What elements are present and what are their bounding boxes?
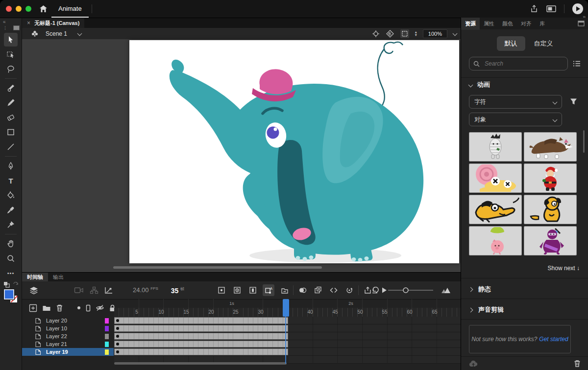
asset-card-snail[interactable] bbox=[469, 163, 522, 193]
frame-span[interactable] bbox=[114, 317, 288, 324]
rotate-stage-icon[interactable] bbox=[386, 30, 394, 38]
fill-stroke-swatches[interactable] bbox=[4, 289, 18, 303]
scene-chevron-icon[interactable] bbox=[77, 31, 82, 36]
fluid-brush-tool[interactable] bbox=[4, 81, 18, 95]
layers-panel-icon[interactable] bbox=[29, 286, 39, 295]
pen-tool[interactable] bbox=[4, 159, 18, 173]
share-icon[interactable] bbox=[530, 4, 539, 13]
lasso-tool[interactable] bbox=[4, 62, 18, 76]
eraser-tool[interactable] bbox=[4, 111, 18, 124]
subselection-tool[interactable] bbox=[4, 47, 18, 61]
asset-search-box[interactable] bbox=[469, 57, 568, 70]
layer-parenting-icon[interactable] bbox=[90, 286, 98, 294]
delete-asset-icon[interactable] bbox=[574, 360, 581, 367]
get-started-link[interactable]: Get started bbox=[539, 336, 568, 343]
onion-skin-range-icon[interactable] bbox=[231, 284, 243, 296]
classic-brush-tool[interactable] bbox=[4, 96, 18, 110]
layer-row[interactable]: Layer 22 bbox=[22, 332, 114, 340]
panel-scrollbar[interactable] bbox=[583, 130, 585, 153]
object-filter-dropdown[interactable]: 对象 bbox=[469, 113, 562, 126]
minimize-window-button[interactable] bbox=[16, 6, 22, 12]
frames-grid[interactable] bbox=[114, 317, 461, 364]
zoom-tool[interactable] bbox=[4, 252, 18, 265]
timeline-horizontal-scrollbar[interactable] bbox=[114, 362, 287, 365]
show-next-button[interactable]: Show next ↓ bbox=[548, 265, 580, 272]
sound-section-header[interactable]: 声音剪辑 bbox=[469, 305, 504, 314]
step-down-icon[interactable]: ▾ bbox=[415, 34, 417, 37]
test-movie-button[interactable] bbox=[572, 3, 583, 14]
line-tool[interactable] bbox=[4, 140, 18, 154]
panel-menu-icon[interactable] bbox=[578, 21, 585, 26]
tab-color[interactable]: 颜色 bbox=[498, 18, 517, 30]
canvas-horizontal-scrollbar[interactable] bbox=[113, 266, 322, 269]
paint-bucket-tool[interactable] bbox=[4, 188, 18, 202]
new-folder-button[interactable] bbox=[42, 304, 51, 312]
tab-timeline[interactable]: 时间轴 bbox=[22, 273, 48, 281]
zoom-chevron-icon[interactable] bbox=[453, 31, 458, 36]
graph-editor-icon[interactable] bbox=[104, 286, 113, 294]
layer-color-swatch[interactable] bbox=[105, 349, 109, 355]
zoom-stepper[interactable]: ▴ ▾ bbox=[415, 31, 417, 37]
asset-card-santa[interactable] bbox=[524, 163, 577, 193]
new-layer-button[interactable] bbox=[29, 304, 37, 312]
timeline-zoom-slider[interactable] bbox=[387, 287, 434, 294]
insert-keyframe-icon[interactable] bbox=[312, 284, 324, 296]
list-view-icon[interactable] bbox=[573, 60, 581, 67]
playhead-marker[interactable] bbox=[283, 299, 289, 317]
loop-frames-icon[interactable] bbox=[343, 284, 355, 296]
eyedropper-tool[interactable] bbox=[4, 203, 18, 217]
fill-color-swatch[interactable] bbox=[4, 289, 14, 300]
resize-timeline-view-icon[interactable] bbox=[441, 287, 451, 294]
frame-rate-value[interactable]: 24.00 FPS bbox=[133, 286, 158, 294]
highlight-layers-toggle[interactable] bbox=[77, 306, 81, 310]
layer-color-swatch[interactable] bbox=[105, 342, 109, 347]
stage-canvas[interactable] bbox=[129, 40, 459, 263]
selection-tool[interactable] bbox=[4, 33, 18, 46]
close-window-button[interactable] bbox=[6, 6, 12, 12]
asset-card-pig-parachute[interactable] bbox=[469, 226, 522, 255]
current-frame-value[interactable]: 35 帧 bbox=[171, 286, 184, 295]
home-icon[interactable] bbox=[39, 5, 48, 13]
auto-keyframe-icon[interactable]: A bbox=[263, 284, 274, 296]
layer-row-selected[interactable]: Layer 19 bbox=[22, 348, 114, 356]
asset-warp-pin-tool[interactable] bbox=[4, 218, 18, 231]
edit-multiple-frames-icon[interactable] bbox=[247, 284, 259, 296]
static-section-header[interactable]: 静态 bbox=[469, 285, 491, 294]
drag-handle-icon[interactable]: ⋮ bbox=[3, 25, 7, 30]
layer-color-swatch[interactable] bbox=[105, 334, 109, 339]
loop-playback-icon[interactable] bbox=[371, 287, 380, 294]
asset-card-wolf[interactable] bbox=[524, 132, 577, 162]
onion-skin-button[interactable] bbox=[296, 284, 308, 296]
layer-row[interactable]: Layer 21 bbox=[22, 340, 114, 348]
document-tab[interactable]: × 无标题-1 (Canvas) bbox=[22, 18, 84, 28]
layer-color-swatch[interactable] bbox=[105, 318, 109, 324]
outline-view-toggle[interactable] bbox=[86, 304, 91, 312]
pasteboard[interactable] bbox=[22, 39, 461, 272]
frame-span[interactable] bbox=[114, 333, 288, 340]
filter-funnel-icon[interactable] bbox=[570, 98, 577, 105]
character-filter-dropdown[interactable]: 字符 bbox=[469, 95, 562, 109]
reset-colors-icon[interactable] bbox=[13, 282, 19, 288]
workspace-icon[interactable] bbox=[546, 5, 556, 13]
hide-all-layers-toggle[interactable] bbox=[96, 304, 104, 311]
camera-icon[interactable] bbox=[74, 286, 84, 294]
center-stage-icon[interactable] bbox=[372, 30, 380, 38]
collapse-panel-icon[interactable]: « bbox=[3, 19, 6, 24]
default-mode-button[interactable]: 默认 bbox=[497, 36, 525, 51]
hand-tool[interactable] bbox=[4, 237, 18, 251]
search-input[interactable] bbox=[484, 60, 544, 68]
upload-asset-icon[interactable] bbox=[469, 360, 478, 367]
frame-span[interactable] bbox=[114, 325, 288, 332]
layer-row[interactable]: Layer 10 bbox=[22, 324, 114, 332]
onion-skin-outline-icon[interactable] bbox=[216, 284, 227, 296]
close-document-icon[interactable]: × bbox=[27, 20, 30, 26]
rectangle-tool[interactable] bbox=[4, 125, 18, 139]
tab-output[interactable]: 输出 bbox=[48, 273, 69, 281]
tab-animate[interactable]: Animate bbox=[51, 0, 89, 18]
remove-frames-icon[interactable] bbox=[278, 284, 290, 296]
frame-span[interactable] bbox=[114, 341, 288, 347]
layer-row[interactable]: Layer 20 bbox=[22, 317, 114, 324]
asset-card-dog-sitting[interactable] bbox=[524, 195, 577, 224]
text-tool[interactable]: T bbox=[4, 174, 18, 187]
mini-swatch-icon[interactable] bbox=[13, 25, 20, 30]
